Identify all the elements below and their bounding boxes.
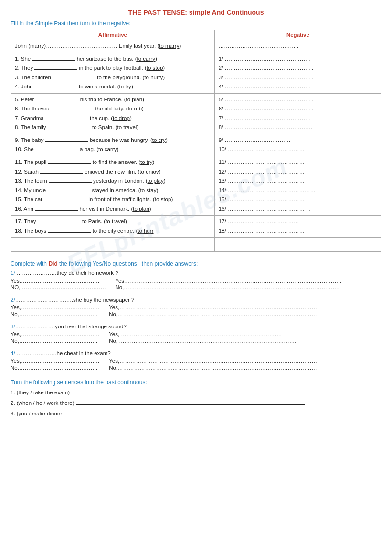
empty-cell-aff <box>11 238 215 252</box>
main-exercise-table: Affirmative Negative John (marry)…………………… <box>11 30 381 252</box>
cont-sentence-2: 2. (when / he / work there) <box>11 400 381 406</box>
qa-no2-4: No,………………………………………………………………………………………………. <box>109 365 318 370</box>
qa-yes1-2: Yes,……………………………………. <box>11 305 99 310</box>
qa-no1-1: NO, ………………………………………. <box>11 284 106 290</box>
table-row: 5. Peter his trip to France. (to plan) 6… <box>11 93 381 134</box>
cont-sentence-3: 3. (you / make dinner <box>11 411 381 416</box>
qa-no1-3: No,……………………………………. <box>11 338 99 344</box>
qa-no2-2: No,………………………………………………………………………………………………. <box>109 311 318 317</box>
col-negative: Negative <box>214 30 381 40</box>
page-title: THE PAST TENSE: simple And Continuous <box>11 9 381 16</box>
qa-yes2-3: Yes, ……………………………………………………………………………. <box>109 331 296 337</box>
qa-block-1: 1/ ………………….they do their homework ? Yes,… <box>11 270 381 291</box>
qa-question-3: 3/………………….you hear that strange sound? <box>11 324 381 329</box>
qa-yes2-4: Yes,………………………………………………………………………………………………… <box>109 358 318 364</box>
aff-cell-0: John (marry)………………………………… Emily last yea… <box>11 40 215 53</box>
cont-sentence-1: 1. (they / take the exam) <box>11 390 381 395</box>
qa-block-3: 3/………………….you hear that strange sound? Y… <box>11 324 381 345</box>
col-affirmative: Affirmative <box>11 30 215 40</box>
section2-instruction: Complete with Did the following Yes/No q… <box>11 261 381 267</box>
neg-cell-3: 9/ ……………………………… 10/ …………………………………… . <box>214 134 381 156</box>
qa-yes1-3: Yes,……………………………………. <box>11 331 99 337</box>
aff-cell-4: 11. The pupil to find the answer. (to tr… <box>11 156 215 216</box>
neg-cell-2: 5/ ……………………………………… . . 6/ ……………………………………… <box>214 93 381 134</box>
aff-cell-1: 1. She her suitcase to the bus. (to carr… <box>11 53 215 93</box>
neg-cell-5: 17/ ………………………………… 18/ …………………………………… . <box>214 216 381 238</box>
table-row: 11. The pupil to find the answer. (to tr… <box>11 156 381 216</box>
qa-no1-4: No,……………………………………. <box>11 365 99 370</box>
qa-question-1: 1/ ………………….they do their homework ? <box>11 270 381 276</box>
neg-cell-4: 11/ …………………………………… . 12/ …………………………………… … <box>214 156 381 216</box>
aff-cell-3: 9. The baby because he was hungry. (to c… <box>11 134 215 156</box>
qa-yes2-2: Yes,………………………………………………………………………………………………… <box>109 305 318 310</box>
qa-yes1-1: Yes,……………………………………. <box>11 278 106 283</box>
qa-question-2: 2/…………………………..she buy the newspaper ? <box>11 297 381 303</box>
table-row-empty <box>11 238 381 252</box>
qa-yes1-4: Yes,……………………………………. <box>11 358 99 364</box>
qa-no2-3: No, ……………………………………………………………………………………. <box>109 338 296 344</box>
qa-yes2-1: Yes,………………………………………………………………………………………………… <box>115 278 341 283</box>
aff-cell-5: 17. They to Paris. (to travel) 18. The b… <box>11 216 215 238</box>
table-row: 1. She her suitcase to the bus. (to carr… <box>11 53 381 93</box>
qa-question-4: 4/ ………………….he cheat in the exam? <box>11 350 381 356</box>
section1-instruction: Fill in the Simple Past then turn to the… <box>11 20 381 27</box>
neg-cell-1: 1/ ……………………………………… . 2/ ……………………………………… … <box>214 53 381 93</box>
table-row: 9. The baby because he was hungry. (to c… <box>11 134 381 156</box>
neg-cell-0: …………………………………… . <box>214 40 381 53</box>
section3-instruction: Turn the following sentences into the pa… <box>11 379 381 386</box>
aff-cell-2: 5. Peter his trip to France. (to plan) 6… <box>11 93 215 134</box>
section2: Complete with Did the following Yes/No q… <box>11 261 381 371</box>
table-row: 17. They to Paris. (to travel) 18. The b… <box>11 216 381 238</box>
qa-no2-1: No,…………………………………………………………………………………………………… <box>115 284 341 290</box>
empty-cell-neg <box>214 238 381 252</box>
qa-block-4: 4/ ………………….he cheat in the exam? Yes,………… <box>11 350 381 371</box>
section3: Turn the following sentences into the pa… <box>11 379 381 416</box>
qa-no1-2: No,……………………………………. <box>11 311 99 317</box>
qa-block-2: 2/…………………………..she buy the newspaper ? Ye… <box>11 297 381 318</box>
table-row: John (marry)………………………………… Emily last yea… <box>11 40 381 53</box>
